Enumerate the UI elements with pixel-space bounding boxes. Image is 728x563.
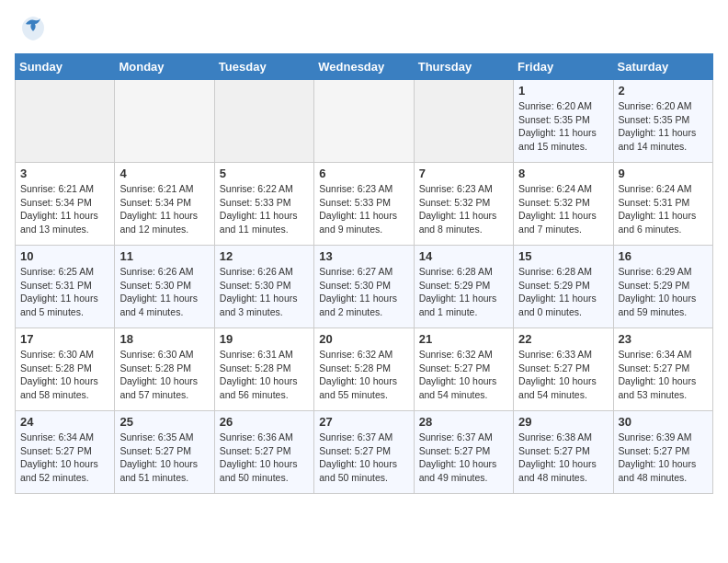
day-info: Sunrise: 6:30 AM Sunset: 5:28 PM Dayligh…: [119, 348, 209, 402]
calendar-cell: 5Sunrise: 6:22 AM Sunset: 5:33 PM Daylig…: [214, 163, 313, 246]
calendar-cell: 15Sunrise: 6:28 AM Sunset: 5:29 PM Dayli…: [514, 246, 613, 328]
day-info: Sunrise: 6:28 AM Sunset: 5:29 PM Dayligh…: [419, 265, 508, 319]
day-number: 6: [319, 167, 408, 180]
calendar-cell: 2Sunrise: 6:20 AM Sunset: 5:35 PM Daylig…: [613, 80, 712, 163]
day-info: Sunrise: 6:35 AM Sunset: 5:27 PM Dayligh…: [119, 431, 209, 485]
calendar-cell: 21Sunrise: 6:32 AM Sunset: 5:27 PM Dayli…: [414, 328, 513, 411]
calendar-cell: 7Sunrise: 6:23 AM Sunset: 5:32 PM Daylig…: [414, 163, 513, 246]
day-info: Sunrise: 6:20 AM Sunset: 5:35 PM Dayligh…: [619, 99, 708, 154]
day-number: 26: [220, 415, 309, 429]
day-number: 12: [220, 249, 309, 263]
day-number: 4: [119, 167, 209, 180]
calendar-cell: [414, 80, 513, 163]
calendar-cell: 26Sunrise: 6:36 AM Sunset: 5:27 PM Dayli…: [214, 411, 313, 494]
day-info: Sunrise: 6:37 AM Sunset: 5:27 PM Dayligh…: [319, 431, 408, 485]
calendar-cell: 19Sunrise: 6:31 AM Sunset: 5:28 PM Dayli…: [214, 328, 313, 411]
calendar-cell: 1Sunrise: 6:20 AM Sunset: 5:35 PM Daylig…: [514, 80, 613, 163]
day-number: 11: [119, 249, 209, 263]
calendar-cell: 18Sunrise: 6:30 AM Sunset: 5:28 PM Dayli…: [115, 328, 214, 411]
day-number: 16: [619, 249, 708, 263]
day-number: 20: [319, 332, 408, 346]
day-number: 10: [20, 249, 109, 263]
day-info: Sunrise: 6:21 AM Sunset: 5:34 PM Dayligh…: [119, 182, 209, 236]
calendar-cell: 20Sunrise: 6:32 AM Sunset: 5:28 PM Dayli…: [314, 328, 414, 411]
calendar-cell: 16Sunrise: 6:29 AM Sunset: 5:29 PM Dayli…: [613, 246, 712, 328]
calendar-cell: 30Sunrise: 6:39 AM Sunset: 5:27 PM Dayli…: [613, 411, 712, 494]
day-info: Sunrise: 6:27 AM Sunset: 5:30 PM Dayligh…: [319, 265, 408, 319]
day-info: Sunrise: 6:24 AM Sunset: 5:32 PM Dayligh…: [518, 182, 608, 236]
day-info: Sunrise: 6:28 AM Sunset: 5:29 PM Dayligh…: [518, 265, 608, 319]
weekday-header-wednesday: Wednesday: [314, 54, 414, 80]
calendar-cell: 9Sunrise: 6:24 AM Sunset: 5:31 PM Daylig…: [613, 163, 712, 246]
week-row-3: 10Sunrise: 6:25 AM Sunset: 5:31 PM Dayli…: [16, 246, 713, 328]
day-info: Sunrise: 6:21 AM Sunset: 5:34 PM Dayligh…: [20, 182, 109, 236]
calendar-cell: 22Sunrise: 6:33 AM Sunset: 5:27 PM Dayli…: [514, 328, 613, 411]
calendar-cell: 10Sunrise: 6:25 AM Sunset: 5:31 PM Dayli…: [16, 246, 115, 328]
week-row-4: 17Sunrise: 6:30 AM Sunset: 5:28 PM Dayli…: [16, 328, 713, 411]
calendar-cell: 28Sunrise: 6:37 AM Sunset: 5:27 PM Dayli…: [414, 411, 513, 494]
weekday-header-monday: Monday: [115, 54, 214, 80]
calendar-cell: 17Sunrise: 6:30 AM Sunset: 5:28 PM Dayli…: [16, 328, 115, 411]
day-info: Sunrise: 6:29 AM Sunset: 5:29 PM Dayligh…: [619, 265, 708, 319]
weekday-header-row: SundayMondayTuesdayWednesdayThursdayFrid…: [16, 54, 713, 80]
logo-bird-icon: [20, 15, 46, 46]
day-number: 8: [518, 167, 608, 180]
day-number: 22: [518, 332, 608, 346]
day-number: 28: [419, 415, 508, 429]
calendar-cell: 13Sunrise: 6:27 AM Sunset: 5:30 PM Dayli…: [314, 246, 414, 328]
day-info: Sunrise: 6:36 AM Sunset: 5:27 PM Dayligh…: [220, 431, 309, 485]
page-header: [15, 15, 713, 46]
day-info: Sunrise: 6:23 AM Sunset: 5:33 PM Dayligh…: [319, 182, 408, 236]
weekday-header-saturday: Saturday: [613, 54, 712, 80]
day-number: 24: [20, 415, 109, 429]
weekday-header-sunday: Sunday: [16, 54, 115, 80]
day-info: Sunrise: 6:33 AM Sunset: 5:27 PM Dayligh…: [518, 348, 608, 402]
day-info: Sunrise: 6:37 AM Sunset: 5:27 PM Dayligh…: [419, 431, 508, 485]
day-info: Sunrise: 6:38 AM Sunset: 5:27 PM Dayligh…: [518, 431, 608, 485]
calendar-table: SundayMondayTuesdayWednesdayThursdayFrid…: [15, 53, 713, 494]
logo: [15, 15, 46, 46]
calendar-cell: [16, 80, 115, 163]
day-number: 14: [419, 249, 508, 263]
day-number: 3: [20, 167, 109, 180]
day-info: Sunrise: 6:32 AM Sunset: 5:27 PM Dayligh…: [419, 348, 508, 402]
calendar-cell: 23Sunrise: 6:34 AM Sunset: 5:27 PM Dayli…: [613, 328, 712, 411]
calendar-cell: 4Sunrise: 6:21 AM Sunset: 5:34 PM Daylig…: [115, 163, 214, 246]
weekday-header-tuesday: Tuesday: [214, 54, 313, 80]
day-info: Sunrise: 6:22 AM Sunset: 5:33 PM Dayligh…: [220, 182, 309, 236]
calendar-cell: 8Sunrise: 6:24 AM Sunset: 5:32 PM Daylig…: [514, 163, 613, 246]
day-number: 29: [518, 415, 608, 429]
calendar-cell: 24Sunrise: 6:34 AM Sunset: 5:27 PM Dayli…: [16, 411, 115, 494]
calendar-cell: [214, 80, 313, 163]
weekday-header-friday: Friday: [514, 54, 613, 80]
day-info: Sunrise: 6:20 AM Sunset: 5:35 PM Dayligh…: [518, 99, 608, 154]
day-info: Sunrise: 6:23 AM Sunset: 5:32 PM Dayligh…: [419, 182, 508, 236]
calendar-cell: 25Sunrise: 6:35 AM Sunset: 5:27 PM Dayli…: [115, 411, 214, 494]
day-number: 7: [419, 167, 508, 180]
day-number: 5: [220, 167, 309, 180]
day-info: Sunrise: 6:31 AM Sunset: 5:28 PM Dayligh…: [220, 348, 309, 402]
calendar-cell: 3Sunrise: 6:21 AM Sunset: 5:34 PM Daylig…: [16, 163, 115, 246]
week-row-1: 1Sunrise: 6:20 AM Sunset: 5:35 PM Daylig…: [16, 80, 713, 163]
weekday-header-thursday: Thursday: [414, 54, 513, 80]
day-info: Sunrise: 6:34 AM Sunset: 5:27 PM Dayligh…: [619, 348, 708, 402]
calendar-cell: 14Sunrise: 6:28 AM Sunset: 5:29 PM Dayli…: [414, 246, 513, 328]
day-number: 17: [20, 332, 109, 346]
day-number: 19: [220, 332, 309, 346]
day-info: Sunrise: 6:30 AM Sunset: 5:28 PM Dayligh…: [20, 348, 109, 402]
day-number: 13: [319, 249, 408, 263]
day-info: Sunrise: 6:24 AM Sunset: 5:31 PM Dayligh…: [619, 182, 708, 236]
calendar-cell: 6Sunrise: 6:23 AM Sunset: 5:33 PM Daylig…: [314, 163, 414, 246]
day-info: Sunrise: 6:32 AM Sunset: 5:28 PM Dayligh…: [319, 348, 408, 402]
calendar-cell: [115, 80, 214, 163]
day-number: 18: [119, 332, 209, 346]
day-info: Sunrise: 6:26 AM Sunset: 5:30 PM Dayligh…: [119, 265, 209, 319]
day-number: 27: [319, 415, 408, 429]
calendar-cell: 11Sunrise: 6:26 AM Sunset: 5:30 PM Dayli…: [115, 246, 214, 328]
calendar-cell: 29Sunrise: 6:38 AM Sunset: 5:27 PM Dayli…: [514, 411, 613, 494]
day-number: 23: [619, 332, 708, 346]
day-number: 15: [518, 249, 608, 263]
week-row-2: 3Sunrise: 6:21 AM Sunset: 5:34 PM Daylig…: [16, 163, 713, 246]
day-info: Sunrise: 6:26 AM Sunset: 5:30 PM Dayligh…: [220, 265, 309, 319]
calendar-cell: 27Sunrise: 6:37 AM Sunset: 5:27 PM Dayli…: [314, 411, 414, 494]
